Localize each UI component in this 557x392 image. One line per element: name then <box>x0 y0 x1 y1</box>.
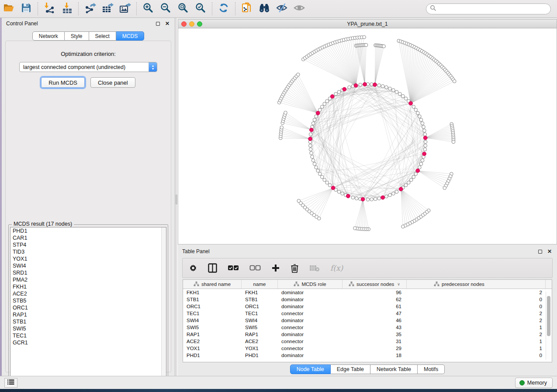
table-settings-button[interactable] <box>189 264 197 272</box>
table-row[interactable]: STB1STB1dominator620 <box>183 296 552 303</box>
export-image-button[interactable] <box>116 1 134 16</box>
table-scrollbar[interactable] <box>546 292 551 360</box>
tab-select[interactable]: Select <box>89 31 116 41</box>
clone-network-button[interactable] <box>238 1 256 16</box>
table-cell[interactable]: dominator <box>278 353 343 358</box>
table-cell[interactable]: PHD1 <box>183 353 242 358</box>
zoom-in-button[interactable] <box>139 1 157 16</box>
table-cell[interactable]: STB1 <box>183 297 242 302</box>
task-history-button[interactable] <box>4 378 17 388</box>
table-cell[interactable]: 29 <box>343 346 407 351</box>
mcds-result-item[interactable]: SRD1 <box>10 269 166 276</box>
mcds-result-item[interactable]: SWI5 <box>10 325 166 332</box>
table-row[interactable]: FKH1FKH1dominator962 <box>183 289 552 296</box>
search-input[interactable] <box>436 5 550 14</box>
mcds-result-list[interactable]: PHD1CAR1STP4TID3YOX1SWI4SRD1PMA2FKH1ACE2… <box>10 227 166 382</box>
float-panel-icon[interactable] <box>155 21 161 27</box>
table-cell[interactable]: ORC1 <box>183 304 242 309</box>
table-scrollbar-thumb[interactable] <box>547 296 550 336</box>
column-header-MCDS-role[interactable]: MCDS role <box>278 280 343 289</box>
table-cell[interactable]: 62 <box>343 297 407 302</box>
table-row[interactable]: ORC1ORC1dominator610 <box>183 303 552 310</box>
table-cell[interactable]: SWI5 <box>242 325 278 330</box>
tab-network[interactable]: Network <box>32 31 65 41</box>
show-all-button[interactable] <box>291 1 308 16</box>
table-cell[interactable]: 31 <box>343 339 407 344</box>
export-table-button[interactable] <box>99 1 116 16</box>
table-cell[interactable]: 1 <box>407 339 546 344</box>
table-cell[interactable]: dominator <box>278 332 343 337</box>
table-cell[interactable]: 0 <box>407 304 546 309</box>
open-file-button[interactable] <box>0 1 17 16</box>
close-table-panel-icon[interactable]: ✕ <box>547 248 553 254</box>
table-cell[interactable]: FKH1 <box>183 290 242 295</box>
table-tab-motifs[interactable]: Motifs <box>418 364 445 374</box>
mcds-result-item[interactable]: RAP1 <box>10 311 166 318</box>
mcds-result-item[interactable]: YOX1 <box>10 255 166 262</box>
splitter-grip[interactable] <box>176 195 177 204</box>
run-mcds-button[interactable]: Run MCDS <box>41 77 85 88</box>
zoom-out-button[interactable] <box>157 1 174 16</box>
mcds-result-item[interactable]: ORC1 <box>10 304 166 311</box>
mcds-result-item[interactable]: GCR1 <box>10 339 166 346</box>
import-network-button[interactable] <box>41 1 58 16</box>
network-canvas[interactable] <box>178 28 557 244</box>
delete-column-button[interactable] <box>291 264 299 273</box>
create-column-button[interactable] <box>271 264 280 272</box>
close-panel-button[interactable]: Close panel <box>90 77 135 88</box>
table-cell[interactable]: FKH1 <box>242 290 278 295</box>
table-cell[interactable]: TEC1 <box>183 311 242 316</box>
table-cell[interactable]: SWI4 <box>183 318 242 323</box>
table-row[interactable]: YOX1YOX1connector291 <box>183 345 552 352</box>
table-tab-edge-table[interactable]: Edge Table <box>331 364 370 374</box>
network-titlebar[interactable]: YPA_prune.txt_1 <box>178 20 557 28</box>
table-cell[interactable]: ACE2 <box>242 339 278 344</box>
mcds-result-item[interactable]: FKH1 <box>10 283 166 290</box>
table-cell[interactable]: ACE2 <box>183 339 242 344</box>
table-cell[interactable]: 61 <box>343 304 407 309</box>
mcds-result-item[interactable]: STB1 <box>10 318 166 325</box>
save-session-button[interactable] <box>17 1 35 16</box>
float-table-panel-icon[interactable] <box>537 248 543 254</box>
mcds-result-item[interactable]: CAR1 <box>10 234 166 241</box>
table-cell[interactable]: STB1 <box>242 297 278 302</box>
search-network-button[interactable] <box>256 1 273 16</box>
table-cell[interactable]: 2 <box>407 311 546 316</box>
mcds-result-item[interactable]: STP4 <box>10 241 166 248</box>
table-cell[interactable]: connector <box>278 346 343 351</box>
table-cell[interactable]: 35 <box>343 332 407 337</box>
table-cell[interactable]: SWI4 <box>242 318 278 323</box>
mcds-list-scrollbar[interactable] <box>161 227 166 382</box>
column-header-name[interactable]: name <box>242 280 278 289</box>
table-tab-node-table[interactable]: Node Table <box>290 364 331 374</box>
table-row[interactable]: SWI5SWI5connector431 <box>183 324 552 331</box>
import-table-button[interactable] <box>58 1 76 16</box>
table-cell[interactable]: SWI5 <box>183 325 242 330</box>
table-row[interactable]: RAP1RAP1dominator352 <box>183 331 552 338</box>
mcds-result-item[interactable]: PHD1 <box>10 227 166 234</box>
table-cell[interactable]: 1 <box>407 346 546 351</box>
hide-selected-button[interactable] <box>273 1 291 16</box>
network-search-field[interactable] <box>426 3 551 14</box>
zoom-fit-button[interactable] <box>174 1 192 16</box>
export-network-button[interactable] <box>81 1 99 16</box>
tab-style[interactable]: Style <box>65 31 89 41</box>
table-cell[interactable]: 2 <box>407 290 546 295</box>
table-cell[interactable]: dominator <box>278 297 343 302</box>
table-cell[interactable]: PHD1 <box>242 353 278 358</box>
table-cell[interactable]: dominator <box>278 290 343 295</box>
table-row[interactable]: SWI4SWI4dominator462 <box>183 317 552 324</box>
mcds-result-item[interactable]: STB5 <box>10 297 166 304</box>
table-cell[interactable]: YOX1 <box>183 346 242 351</box>
table-cell[interactable]: 46 <box>343 318 407 323</box>
table-cell[interactable]: 96 <box>343 290 407 295</box>
table-cell[interactable]: 47 <box>343 311 407 316</box>
table-cell[interactable]: ORC1 <box>242 304 278 309</box>
tab-mcds[interactable]: MCDS <box>116 31 144 41</box>
table-tab-network-table[interactable]: Network Table <box>370 364 418 374</box>
table-cell[interactable]: 1 <box>407 325 546 330</box>
table-cell[interactable]: RAP1 <box>242 332 278 337</box>
table-cell[interactable]: dominator <box>278 318 343 323</box>
mcds-result-item[interactable]: PMA2 <box>10 276 166 283</box>
table-cell[interactable]: RAP1 <box>183 332 242 337</box>
